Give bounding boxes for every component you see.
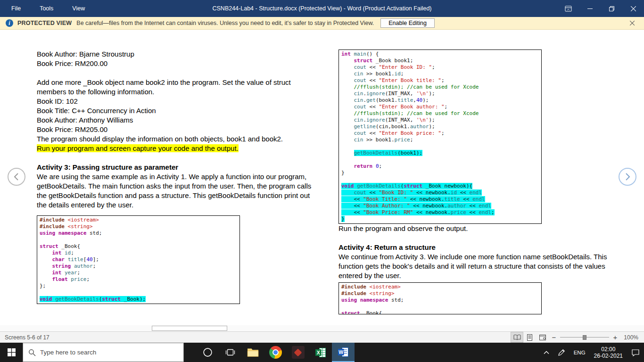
- code-line: string author;: [40, 263, 237, 270]
- code-line: cin.ignore(INT_MAX, '\n');: [341, 90, 539, 97]
- horizontal-scrollbar[interactable]: [0, 325, 644, 331]
- chrome-button[interactable]: [264, 343, 287, 362]
- code-line: struct _Book{: [40, 243, 237, 250]
- doc-paragraph: We continue from Activity 3. We include …: [339, 252, 615, 280]
- code-line: [40, 237, 237, 243]
- taskbar-clock[interactable]: 02:00 26-02-2021: [590, 343, 627, 362]
- code-line: using namespace std;: [40, 230, 237, 237]
- code-line: char title[40];: [40, 256, 237, 263]
- tray-overflow-button[interactable]: [539, 343, 553, 362]
- menu-view[interactable]: View: [63, 0, 94, 17]
- code-line: int id;: [40, 250, 237, 256]
- menu-tools[interactable]: Tools: [30, 0, 63, 17]
- protected-view-message: Be careful—files from the Internet can c…: [76, 20, 374, 26]
- minimize-icon: [587, 6, 593, 11]
- code-block: int main() { struct _Book book1; cout <<…: [339, 49, 542, 224]
- code-line: << "Book Price: RM" << newbook.price << …: [341, 209, 539, 216]
- code-line: cout << "Enter Book price: ";: [341, 130, 539, 137]
- code-line: cin >> book1.id;: [341, 71, 539, 77]
- word-icon: W: [338, 346, 349, 358]
- taskbar-search-input[interactable]: Type here to search: [23, 343, 184, 362]
- pen-workspace-button[interactable]: [553, 343, 570, 362]
- code-line: cin.get(book1.title,40);: [341, 97, 539, 104]
- code-line: cout << "Enter Book author: ";: [341, 104, 539, 110]
- document-screen-left: Book Author: Bjarne StroustrupBook Price…: [37, 49, 313, 304]
- svg-text:W: W: [339, 349, 343, 354]
- pinned-app-button[interactable]: [287, 343, 309, 362]
- zoom-percentage[interactable]: 100%: [620, 334, 640, 341]
- excel-button[interactable]: X: [309, 343, 332, 362]
- code-block: #include <iostream>#include <string>usin…: [37, 215, 240, 304]
- action-center-button[interactable]: [627, 343, 644, 362]
- previous-screen-button[interactable]: [8, 168, 25, 186]
- ribbon-display-options-button[interactable]: [557, 0, 579, 17]
- windows-logo-icon: [8, 348, 16, 356]
- zoom-in-button[interactable]: +: [610, 332, 620, 343]
- minimize-button[interactable]: [579, 0, 601, 17]
- screen-count-status[interactable]: Screens 5-6 of 17: [0, 334, 54, 341]
- zoom-slider[interactable]: [560, 332, 609, 343]
- spacer: [37, 153, 313, 163]
- status-bar: Screens 5-6 of 17 − + 100%: [0, 331, 644, 343]
- doc-paragraph: Book ID: 102: [37, 97, 313, 106]
- doc-paragraph: Book Author: Bjarne Stroustrup: [37, 49, 313, 59]
- doc-paragraph: Run the program and observe the output.: [339, 224, 615, 233]
- zoom-slider-thumb[interactable]: [583, 335, 586, 340]
- doc-paragraph: Book Price: RM200.00: [37, 59, 313, 68]
- menu-file[interactable]: File: [2, 0, 30, 17]
- code-line: struct _Book book1;: [341, 58, 539, 64]
- code-line: void getBookDetails(struct _Book);: [40, 296, 237, 303]
- code-block: #include <iostream>#include <string>usin…: [339, 282, 542, 314]
- enable-editing-button[interactable]: Enable Editing: [380, 18, 435, 28]
- action-center-icon: [631, 349, 640, 356]
- code-line: int main() {: [341, 51, 539, 58]
- doc-paragraph: The program should display the informati…: [37, 134, 313, 144]
- code-line: void getBookDetails(struct _Book newbook…: [341, 183, 539, 189]
- restore-button[interactable]: [601, 0, 622, 17]
- search-placeholder: Type here to search: [40, 349, 96, 356]
- code-line: }: [341, 170, 539, 176]
- code-line: cin.ignore(INT_MAX, '\n');: [341, 117, 539, 123]
- doc-paragraph: Run your program and screen capture your…: [37, 144, 313, 153]
- print-layout-icon: [527, 334, 533, 341]
- title-bar: File Tools View CSNB244-Lab4 - Structure…: [0, 0, 644, 17]
- code-line: //fflush(stdin); //can be used for Xcode: [341, 110, 539, 117]
- word-button[interactable]: W: [332, 343, 355, 362]
- code-line: #include <string>: [40, 223, 237, 230]
- code-line: cout << "Enter Book ID: ";: [341, 64, 539, 71]
- next-screen-button[interactable]: [619, 168, 636, 186]
- excel-icon: X: [315, 347, 327, 358]
- task-view-button[interactable]: [219, 343, 241, 362]
- window-title: CSNB244-Lab4 - Structure.docx (Protected…: [0, 5, 644, 12]
- clock-time: 02:00: [601, 346, 615, 353]
- doc-paragraph: Book Price: RM205.00: [37, 125, 313, 134]
- code-line: << "Book Title: " << newbook.title << en…: [341, 196, 539, 203]
- code-line: [341, 304, 539, 310]
- code-line: [341, 176, 539, 183]
- info-icon: i: [6, 19, 13, 27]
- start-button[interactable]: [0, 343, 23, 362]
- banner-close-button[interactable]: [626, 17, 638, 29]
- menu-bar: File Tools View: [2, 0, 94, 17]
- cortana-button[interactable]: [196, 343, 219, 362]
- code-line: using namespace std;: [341, 297, 539, 304]
- code-line: struct _Book{: [341, 310, 539, 314]
- close-button[interactable]: [622, 0, 644, 17]
- print-layout-button[interactable]: [523, 332, 536, 343]
- code-line: << "Book Author: " << newbook.author << …: [341, 203, 539, 209]
- doc-paragraph: Book Title: C++ Concurrency in Action: [37, 106, 313, 115]
- system-tray: ENG 02:00 26-02-2021: [539, 343, 644, 362]
- horizontal-scrollbar-thumb[interactable]: [152, 326, 227, 331]
- zoom-out-button[interactable]: −: [549, 332, 559, 343]
- file-explorer-button[interactable]: [241, 343, 264, 362]
- code-line: #include <string>: [341, 290, 539, 297]
- spacer: [37, 68, 313, 78]
- chevron-up-icon: [544, 351, 549, 354]
- cortana-icon: [203, 347, 213, 357]
- code-line: getline(cin,book1.author);: [341, 123, 539, 130]
- web-layout-button[interactable]: [536, 332, 549, 343]
- language-indicator[interactable]: ENG: [570, 343, 590, 362]
- code-line: getBookDetails(book1);: [341, 150, 539, 156]
- read-mode-button[interactable]: [511, 332, 523, 343]
- taskbar: Type here to search X W: [0, 343, 644, 362]
